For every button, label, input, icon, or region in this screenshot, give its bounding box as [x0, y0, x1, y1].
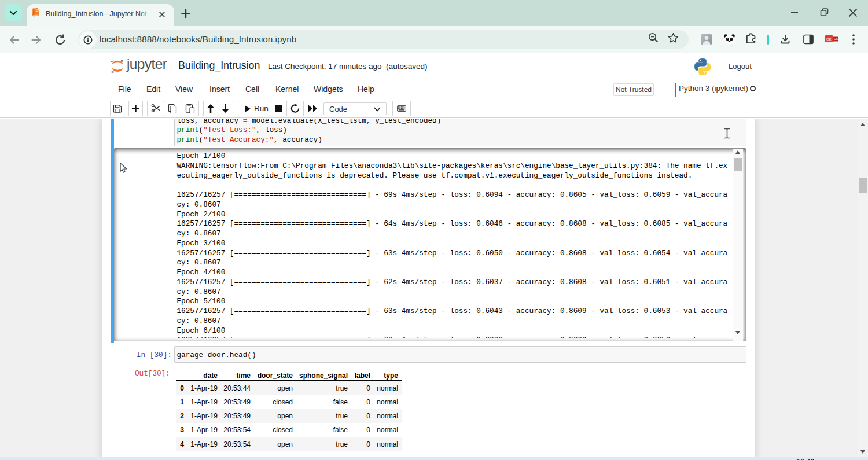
svg-text:OK: OK — [834, 37, 838, 41]
svg-text:OK: OK — [826, 38, 832, 41]
